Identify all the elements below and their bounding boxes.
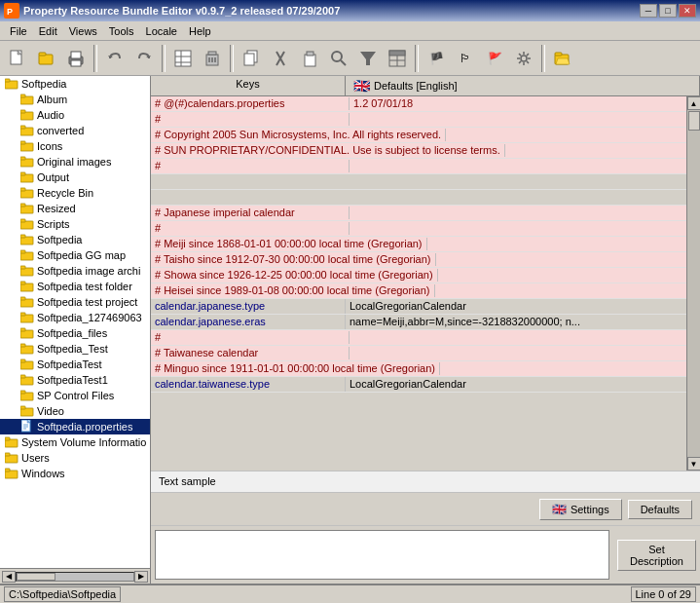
table-row[interactable]: # @(#)calendars.properties1.2 07/01/18 bbox=[151, 96, 686, 112]
settings-button[interactable] bbox=[510, 45, 537, 72]
svg-marker-36 bbox=[556, 58, 570, 64]
flag1-button[interactable]: 🏴 bbox=[423, 45, 450, 72]
svg-rect-68 bbox=[20, 313, 25, 316]
tree-item[interactable]: Softpedia test project bbox=[0, 294, 150, 310]
scroll-down-btn[interactable]: ▼ bbox=[687, 457, 701, 471]
filter-button[interactable] bbox=[354, 45, 382, 72]
table-row[interactable]: # bbox=[151, 221, 686, 237]
table-row[interactable] bbox=[151, 190, 686, 206]
flag3-button[interactable]: 🚩 bbox=[481, 45, 508, 72]
table-row[interactable]: # bbox=[151, 159, 686, 174]
scroll-right-btn[interactable]: ▶ bbox=[134, 571, 148, 583]
table-button[interactable] bbox=[384, 45, 411, 72]
menu-help[interactable]: Help bbox=[183, 23, 217, 39]
tree-item[interactable]: Original images bbox=[0, 154, 150, 170]
open-button[interactable] bbox=[33, 45, 60, 72]
desc-btn-area: Set Description bbox=[613, 526, 700, 584]
tree-item[interactable]: Softpedia test folder bbox=[0, 279, 150, 294]
tree-item[interactable]: Softpedia image archi bbox=[0, 263, 150, 279]
tree-item-label: Video bbox=[37, 405, 64, 417]
table-row[interactable]: # Meiji since 1868-01-01 00:00:00 local … bbox=[151, 237, 686, 252]
scroll-thumb[interactable] bbox=[17, 573, 55, 581]
tree-view[interactable]: SoftpediaAlbumAudioconvertedIconsOrigina… bbox=[0, 76, 150, 568]
tree-item[interactable]: Softpedia.properties bbox=[0, 419, 150, 434]
undo-button[interactable] bbox=[101, 45, 129, 72]
menu-tools[interactable]: Tools bbox=[103, 23, 140, 39]
tree-item[interactable]: Windows bbox=[0, 466, 150, 481]
tree-item[interactable]: Softpedia_Test bbox=[0, 341, 150, 357]
svg-rect-48 bbox=[20, 157, 25, 160]
table-row[interactable]: # bbox=[151, 112, 686, 128]
paste-button[interactable] bbox=[296, 45, 323, 72]
comment-key: # bbox=[155, 160, 350, 172]
tree-item[interactable]: Softpedia_127469063 bbox=[0, 310, 150, 325]
scroll-track[interactable] bbox=[16, 572, 134, 582]
cut-button[interactable] bbox=[267, 45, 294, 72]
table-row[interactable]: calendar.japanese.typeLocalGregorianCale… bbox=[151, 299, 686, 315]
v-scroll-thumb[interactable] bbox=[688, 111, 700, 131]
flag2-button[interactable]: 🏳 bbox=[452, 45, 479, 72]
tree-item[interactable]: Video bbox=[0, 403, 150, 419]
tree-item[interactable]: Softpedia GG map bbox=[0, 247, 150, 263]
description-textarea[interactable] bbox=[155, 530, 609, 580]
horizontal-scrollbar[interactable]: ◀ ▶ bbox=[0, 568, 150, 584]
copy-btn[interactable] bbox=[238, 45, 265, 72]
tree-item[interactable]: Icons bbox=[0, 138, 150, 154]
new-button[interactable] bbox=[4, 45, 31, 72]
tree-item[interactable]: SP Control Files bbox=[0, 388, 150, 403]
close-button[interactable]: ✕ bbox=[679, 4, 696, 18]
scroll-up-btn[interactable]: ▲ bbox=[687, 96, 701, 110]
menu-file[interactable]: File bbox=[4, 23, 33, 39]
table-body[interactable]: # @(#)calendars.properties1.2 07/01/18##… bbox=[151, 96, 686, 471]
tree-item[interactable]: Softpedia bbox=[0, 76, 150, 92]
table-row[interactable]: # Japanese imperial calendar bbox=[151, 206, 686, 221]
table-row[interactable]: # bbox=[151, 330, 686, 346]
table-row[interactable]: # Showa since 1926-12-25 00:00:00 local … bbox=[151, 268, 686, 283]
table-row[interactable]: calendar.japanese.erasname=Meiji,abbr=M,… bbox=[151, 315, 686, 330]
tree-item[interactable]: System Volume Informatio bbox=[0, 434, 150, 450]
defaults-btn[interactable]: Defaults bbox=[628, 500, 692, 519]
table-row[interactable]: calendar.taiwanese.typeLocalGregorianCal… bbox=[151, 377, 686, 393]
tree-item[interactable]: Softpedia_files bbox=[0, 325, 150, 341]
print-button[interactable] bbox=[62, 45, 90, 72]
table-row[interactable]: # Copyright 2005 Sun Microsystems, Inc. … bbox=[151, 128, 686, 143]
path-status: C:\Softpedia\Softpedia bbox=[4, 586, 121, 602]
tree-item[interactable]: Audio bbox=[0, 107, 150, 123]
right-scrollbar[interactable]: ▲ ▼ bbox=[686, 96, 700, 471]
tree-item[interactable]: converted bbox=[0, 123, 150, 138]
menu-edit[interactable]: Edit bbox=[33, 23, 63, 39]
table-row[interactable]: # Heisei since 1989-01-08 00:00:00 local… bbox=[151, 283, 686, 299]
scroll-left-btn[interactable]: ◀ bbox=[2, 571, 16, 583]
table-row[interactable] bbox=[151, 174, 686, 190]
folder2-button[interactable] bbox=[549, 45, 576, 72]
set-description-button[interactable]: Set Description bbox=[617, 540, 696, 571]
find-button[interactable] bbox=[325, 45, 352, 72]
menu-views[interactable]: Views bbox=[63, 23, 103, 39]
tree-item[interactable]: Album bbox=[0, 92, 150, 107]
tree-item[interactable]: Users bbox=[0, 450, 150, 466]
maximize-button[interactable]: □ bbox=[659, 4, 677, 18]
minimize-button[interactable]: ─ bbox=[640, 4, 657, 18]
folder-icon bbox=[19, 93, 35, 106]
tree-item[interactable]: SoftpediaTest bbox=[0, 357, 150, 372]
grid-button[interactable] bbox=[169, 45, 197, 72]
delete-button[interactable] bbox=[199, 45, 226, 72]
separator-4 bbox=[415, 45, 419, 72]
tree-item[interactable]: Resized bbox=[0, 201, 150, 216]
v-scroll-track[interactable] bbox=[687, 110, 701, 457]
table-row[interactable]: # SUN PROPRIETARY/CONFIDENTIAL. Use is s… bbox=[151, 143, 686, 159]
tree-item-label: System Volume Informatio bbox=[21, 436, 146, 448]
menu-locale[interactable]: Locale bbox=[140, 23, 183, 39]
table-row[interactable]: # Minguo since 1911-01-01 00:00:00 local… bbox=[151, 361, 686, 377]
tree-item[interactable]: Softpedia bbox=[0, 232, 150, 247]
tree-item[interactable]: Output bbox=[0, 170, 150, 185]
table-row[interactable]: # Taisho since 1912-07-30 00:00:00 local… bbox=[151, 252, 686, 268]
settings-btn[interactable]: 🇬🇧 Settings bbox=[539, 499, 622, 520]
table-row[interactable]: # Taiwanese calendar bbox=[151, 346, 686, 361]
tree-item[interactable]: Recycle Bin bbox=[0, 185, 150, 201]
tree-item[interactable]: SoftpediaTest1 bbox=[0, 372, 150, 388]
redo-button[interactable] bbox=[130, 45, 158, 72]
comment-key: # Minguo since 1911-01-01 00:00:00 local… bbox=[155, 362, 440, 375]
svg-rect-42 bbox=[20, 110, 25, 113]
tree-item[interactable]: Scripts bbox=[0, 216, 150, 232]
